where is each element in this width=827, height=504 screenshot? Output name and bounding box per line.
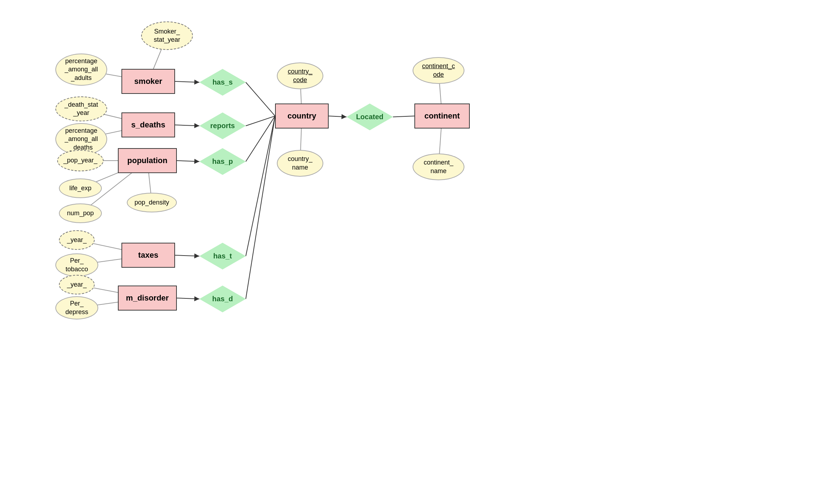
svg-line-6 (175, 255, 199, 256)
attribute-year_depress: _year_ (59, 275, 95, 294)
entity-country: country (275, 104, 329, 128)
svg-line-0 (175, 81, 199, 82)
entity-taxes: taxes (121, 243, 175, 268)
attribute-life_exp: life_exp (59, 178, 102, 198)
attribute-death_stat_year: _death_stat _year (55, 96, 107, 121)
attribute-year_tobacco: _year_ (59, 230, 95, 250)
attribute-percentage_among_all_adults: percentage _among_all _adults (55, 54, 107, 86)
entity-population: population (118, 148, 177, 173)
attribute-country_code: country_ code (277, 62, 323, 89)
er-diagram: smokers_deathspopulationtaxesm_disorderc… (0, 0, 827, 504)
svg-marker-16 (342, 114, 347, 119)
attribute-pop_year: _pop_year_ (57, 150, 104, 171)
svg-line-12 (246, 116, 275, 162)
svg-line-13 (246, 116, 275, 256)
svg-line-2 (175, 125, 199, 126)
relationship-has_s: has_s (199, 69, 246, 96)
svg-line-17 (393, 116, 414, 117)
svg-line-14 (246, 116, 275, 299)
attribute-per_tobacco: Per_ tobacco (55, 253, 98, 277)
attribute-pop_density: pop_density (127, 193, 177, 212)
relationship-has_t: has_t (199, 243, 246, 269)
entity-continent: continent (414, 104, 470, 128)
relationship-has_p: has_p (199, 148, 246, 175)
svg-marker-9 (194, 296, 199, 301)
relationship-has_d: has_d (199, 286, 246, 312)
svg-marker-1 (194, 80, 199, 85)
entity-s_deaths: s_deaths (121, 112, 175, 137)
svg-line-11 (246, 116, 275, 126)
attribute-continent_code: continent_c ode (413, 57, 464, 84)
attribute-country_name: country_ name (277, 150, 323, 177)
attribute-smoker_stat_year: Smoker_ stat_year (141, 21, 193, 50)
svg-line-8 (177, 298, 199, 299)
svg-line-15 (329, 116, 347, 117)
attribute-continent_name: continent_ name (413, 153, 464, 180)
entity-m_disorder: m_disorder (118, 286, 177, 311)
svg-line-10 (246, 82, 275, 116)
svg-marker-3 (194, 123, 199, 128)
svg-marker-7 (194, 253, 199, 258)
relationship-reports: reports (199, 112, 246, 139)
svg-marker-5 (194, 159, 199, 164)
svg-line-4 (177, 161, 199, 162)
attribute-num_pop: num_pop (59, 203, 102, 223)
attribute-per_depress: Per_ depress (55, 296, 98, 319)
relationship-located: Located (347, 104, 393, 130)
entity-smoker: smoker (121, 69, 175, 94)
